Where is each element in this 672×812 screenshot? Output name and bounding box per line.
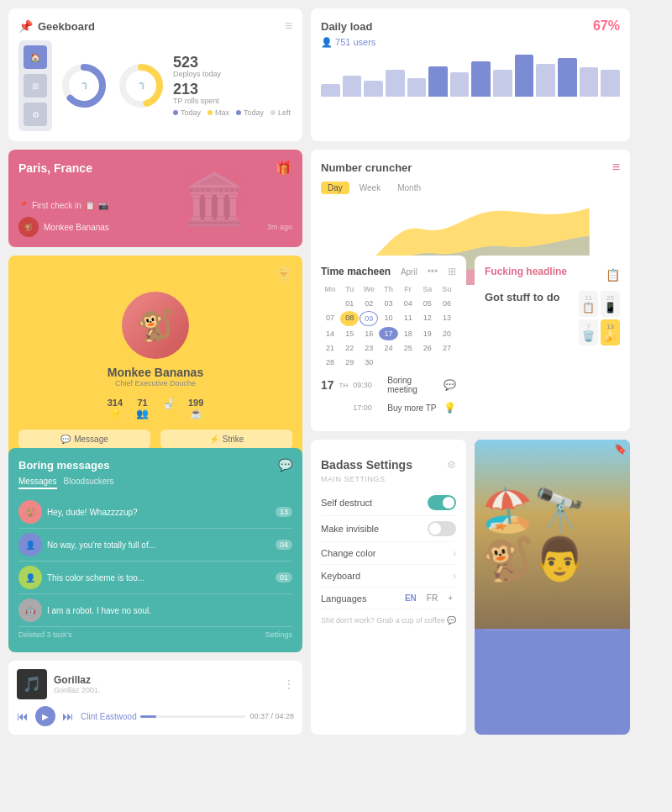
- media-illustration: 🏖️🔭🐒👨: [481, 486, 623, 583]
- event-time-1: 09:30: [353, 381, 382, 389]
- legend-left2: Left: [270, 108, 291, 117]
- sidebar-icon-home[interactable]: 🏠: [24, 45, 47, 69]
- settings-gear-icon[interactable]: ⚙: [447, 459, 456, 471]
- monkey-stat-3: 🚽: [162, 398, 175, 419]
- track-info: Clint Eastwood 00:37 / 04:28: [81, 712, 294, 721]
- cal-day-4[interactable]: 04: [399, 297, 417, 310]
- cal-day-26[interactable]: 26: [418, 341, 437, 355]
- bar-2: [343, 76, 362, 97]
- headline-icon: 📋: [606, 268, 620, 282]
- daily-load-percentage: 67%: [593, 18, 620, 34]
- cal-day-18[interactable]: 18: [399, 327, 417, 340]
- deleted-messages: Deleted 3 task's Settings: [18, 627, 292, 642]
- calendar-grid-icon[interactable]: ⊞: [448, 266, 456, 277]
- message-text-2: No way, you're totally full of...: [47, 540, 270, 550]
- cal-day-16[interactable]: 16: [360, 327, 378, 340]
- strike-button[interactable]: ⚡ Strike: [160, 430, 292, 449]
- lang-en[interactable]: EN: [402, 593, 420, 604]
- cal-day-19[interactable]: 19: [418, 327, 437, 340]
- cal-day-5[interactable]: 05: [418, 297, 437, 310]
- message-label: Message: [74, 435, 108, 444]
- tab-month[interactable]: Month: [391, 182, 428, 194]
- cal-day-13[interactable]: 13: [438, 311, 456, 326]
- setting-change-color[interactable]: Change color ›: [321, 542, 456, 565]
- messages-tab-messages[interactable]: Messages: [18, 477, 57, 489]
- music-player: ⏮ ▶ ⏭ Clint Eastwood 00:37 / 04:28: [17, 706, 294, 726]
- cal-empty-5: [438, 356, 456, 369]
- cal-day-21[interactable]: 21: [321, 341, 339, 355]
- prev-icon[interactable]: ⏮: [17, 709, 29, 723]
- monkey-snapchat-icon: 👻: [276, 266, 292, 282]
- cal-day-7[interactable]: 07: [321, 311, 339, 326]
- languages-label: Languages: [321, 593, 402, 604]
- headline-title: Fucking headline: [485, 266, 567, 277]
- cal-day-25[interactable]: 25: [399, 341, 417, 355]
- message-badge-1: 13: [276, 507, 292, 517]
- setting-languages: Languages EN FR +: [321, 588, 456, 609]
- play-button[interactable]: ▶: [35, 706, 55, 726]
- cal-header-th: Th: [379, 282, 397, 296]
- monkey-stats: 314 ⭐ 71 👥 🚽 199 ☕: [108, 398, 204, 419]
- monkey-avatar: 🐒: [122, 292, 189, 359]
- message-text-3: This color scheme is too...: [47, 573, 270, 583]
- lang-fr[interactable]: FR: [423, 593, 441, 604]
- next-icon[interactable]: ⏭: [62, 709, 74, 723]
- self-destruct-toggle[interactable]: [428, 495, 456, 510]
- event-name-1: Boring meeting: [387, 376, 438, 394]
- progress-bar[interactable]: [140, 715, 247, 718]
- number-cruncher-menu-icon[interactable]: ≡: [612, 160, 620, 175]
- message-avatar-1: 🐒: [18, 500, 42, 524]
- bar-10: [515, 55, 534, 97]
- make-invisible-toggle[interactable]: [428, 521, 456, 536]
- tp-number: 213: [173, 82, 292, 97]
- legend-max: Max: [207, 108, 229, 117]
- setting-keyboard[interactable]: Keyboard ›: [321, 565, 456, 588]
- cal-day-12[interactable]: 12: [418, 311, 437, 326]
- keyboard-chevron: ›: [453, 570, 456, 582]
- cal-day-24[interactable]: 24: [379, 341, 397, 355]
- headline-text: Got stuff to do: [485, 291, 572, 303]
- cal-day-3[interactable]: 03: [379, 297, 397, 310]
- music-more-icon[interactable]: ⋮: [284, 678, 294, 690]
- cal-day-9[interactable]: 09: [360, 311, 378, 326]
- cal-day-2[interactable]: 02: [360, 297, 378, 310]
- tab-day[interactable]: Day: [321, 182, 349, 194]
- settings-card: Badass Settings ⚙ MAIN SETTINGS Self des…: [311, 448, 466, 735]
- message-button[interactable]: 💬 Message: [18, 430, 150, 449]
- number-cruncher-title: Number cruncher: [321, 161, 412, 174]
- cal-day-11[interactable]: 11: [399, 311, 417, 326]
- cal-day-1[interactable]: 01: [340, 297, 359, 310]
- cal-day-17-today[interactable]: 17: [379, 327, 397, 340]
- cal-day-28[interactable]: 28: [321, 356, 339, 369]
- cal-day-10[interactable]: 10: [379, 311, 397, 326]
- cal-day-23[interactable]: 23: [360, 341, 378, 355]
- calendar-more-icon[interactable]: •••: [428, 266, 438, 277]
- cal-day-8[interactable]: 08: [340, 311, 359, 326]
- calendar-grid: Mo Tu We Th Fr Sa Su 01 02 03 04 05 06 0…: [321, 282, 456, 369]
- tab-week[interactable]: Week: [353, 182, 387, 194]
- geekboard-menu-icon[interactable]: ≡: [285, 18, 292, 34]
- lang-add[interactable]: +: [444, 593, 456, 604]
- cal-day-30[interactable]: 30: [360, 356, 378, 369]
- donut-2-label: 🧻: [137, 82, 145, 90]
- messages-tab-bloodsuckers[interactable]: Bloodsuckers: [64, 477, 114, 489]
- music-album: Gorillaz 2001.: [54, 686, 277, 694]
- settings-comment-icon[interactable]: 💬: [447, 616, 456, 625]
- cal-header-we: We: [360, 282, 378, 296]
- cal-day-22[interactable]: 22: [340, 341, 359, 355]
- cal-day-14[interactable]: 14: [321, 327, 339, 340]
- messages-header: Boring messages 💬: [18, 458, 292, 472]
- cal-day-27[interactable]: 27: [438, 341, 456, 355]
- event-row-1: 17 TH 09:30 Boring meeting 💬: [321, 376, 456, 394]
- cal-day-15[interactable]: 15: [340, 327, 359, 340]
- cal-day-29[interactable]: 29: [340, 356, 359, 369]
- media-bookmark-icon[interactable]: 🔖: [614, 443, 627, 455]
- cal-day-6[interactable]: 06: [438, 297, 456, 310]
- setting-make-invisible: Make invisible: [321, 516, 456, 542]
- calendar-month: April: [401, 267, 417, 277]
- bar-12: [558, 58, 577, 97]
- cal-day-20[interactable]: 20: [438, 327, 456, 340]
- sidebar-icon-settings[interactable]: ⚙: [24, 103, 47, 126]
- sidebar-icon-grid[interactable]: ⊞: [24, 74, 47, 98]
- cal-empty-4: [418, 356, 437, 369]
